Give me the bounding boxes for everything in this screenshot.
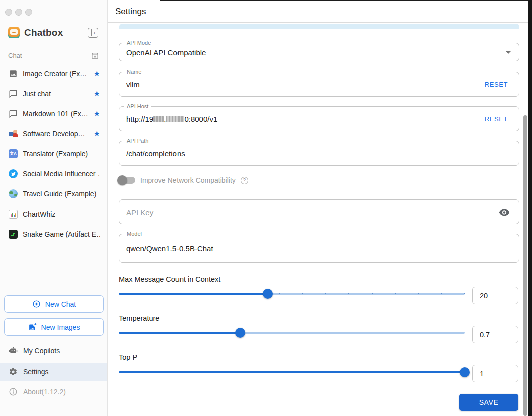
developer-emoji-icon xyxy=(8,129,18,139)
screen-edge-artifact xyxy=(160,0,528,1)
plus-circle-icon xyxy=(32,300,41,308)
redacted-text xyxy=(166,116,184,122)
sidebar-item-my-copilots[interactable]: My Copilots xyxy=(0,342,107,360)
add-image-icon xyxy=(28,323,37,331)
name-field[interactable]: Name vllm RESET xyxy=(119,72,519,97)
redacted-text xyxy=(153,116,164,122)
chat-item-markdown-101[interactable]: Markdown 101 (Ex… ★ xyxy=(0,104,107,124)
star-icon[interactable]: ★ xyxy=(94,129,100,138)
settings-panel: Settings API Mode OpenAI API Compatible … xyxy=(108,0,532,416)
api-host-label: API Host xyxy=(124,103,151,110)
help-icon[interactable]: ? xyxy=(241,177,248,184)
api-path-field[interactable]: API Path /chat/completions xyxy=(119,141,519,166)
temperature-slider[interactable] xyxy=(119,328,465,338)
top-p-slider[interactable] xyxy=(119,367,465,377)
slider-thumb[interactable] xyxy=(460,367,470,377)
image-icon xyxy=(8,69,18,79)
chat-item-social-media[interactable]: Social Media Influencer … xyxy=(0,164,107,184)
chatbox-logo-icon xyxy=(8,27,20,38)
chat-bubble-icon xyxy=(8,109,18,119)
api-key-placeholder[interactable]: API Key xyxy=(126,207,153,216)
top-p-input[interactable]: 1 xyxy=(472,365,518,382)
screen-edge-artifact xyxy=(528,0,532,416)
temperature-input[interactable]: 0.7 xyxy=(472,326,518,343)
name-value[interactable]: vllm xyxy=(126,80,140,89)
gear-icon xyxy=(8,367,18,377)
clear-conversations-icon[interactable] xyxy=(91,51,99,60)
chat-item-image-creator[interactable]: Image Creator (Ex… ★ xyxy=(0,64,107,84)
max-message-count-label: Max Message Count in Context xyxy=(119,275,220,283)
app-brand: Chatbox xyxy=(8,27,63,38)
save-button[interactable]: SAVE xyxy=(459,394,518,411)
api-host-value[interactable]: http://19.0:8000/v1 xyxy=(126,115,217,123)
globe-emoji-icon xyxy=(8,189,18,199)
new-chat-button[interactable]: New Chat xyxy=(4,295,104,313)
sidebar-item-settings[interactable]: Settings xyxy=(0,363,107,381)
page-title: Settings xyxy=(115,7,146,17)
chat-item-chartwhiz[interactable]: ChartWhiz xyxy=(0,204,107,224)
top-p-label: Top P xyxy=(119,353,137,361)
network-compatibility-label: Improve Network Compatibility xyxy=(140,176,236,184)
slider-thumb[interactable] xyxy=(235,328,245,338)
network-compatibility-row: Improve Network Compatibility ? xyxy=(119,175,248,186)
chat-item-just-chat[interactable]: Just chat ★ xyxy=(0,84,107,104)
visibility-eye-icon[interactable] xyxy=(499,206,510,218)
name-label: Name xyxy=(124,69,144,75)
star-icon[interactable]: ★ xyxy=(94,109,100,118)
api-key-field[interactable]: API Key xyxy=(119,199,519,224)
panel-header: Settings xyxy=(108,0,532,23)
collapse-sidebar-icon[interactable]: ‹ xyxy=(88,28,98,38)
window-close-button[interactable] xyxy=(5,9,12,16)
model-field[interactable]: Model qwen/Qwen1.5-0.5B-Chat xyxy=(119,234,519,263)
info-icon xyxy=(8,387,18,397)
star-icon[interactable]: ★ xyxy=(94,89,100,98)
sidebar-item-about[interactable]: About(1.12.2) xyxy=(0,383,107,401)
network-compatibility-toggle[interactable] xyxy=(119,177,135,184)
api-mode-select[interactable]: API Mode OpenAI API Compatible xyxy=(119,43,519,61)
temperature-label: Temperature xyxy=(119,314,159,322)
chat-list: Image Creator (Ex… ★ Just chat ★ Markdow… xyxy=(0,64,107,244)
chevron-down-icon[interactable] xyxy=(506,51,511,56)
star-icon[interactable]: ★ xyxy=(94,69,100,78)
api-mode-label: API Mode xyxy=(124,40,153,46)
api-path-value[interactable]: /chat/completions xyxy=(126,149,185,158)
twitter-bird-icon xyxy=(8,169,18,179)
app-title: Chatbox xyxy=(24,27,63,38)
window-minimize-button[interactable] xyxy=(15,9,22,16)
api-host-field[interactable]: API Host http://19.0:8000/v1 RESET xyxy=(119,106,519,131)
robot-icon xyxy=(8,346,18,356)
new-images-button[interactable]: New Images xyxy=(4,318,104,336)
chat-item-travel-guide[interactable]: Travel Guide (Example) xyxy=(0,184,107,204)
chat-item-software-developer[interactable]: Software Develop… ★ xyxy=(0,124,107,144)
name-reset-button[interactable]: RESET xyxy=(485,81,508,88)
chart-emoji-icon xyxy=(8,209,18,219)
api-host-reset-button[interactable]: RESET xyxy=(485,115,508,123)
api-path-label: API Path xyxy=(124,138,151,144)
chat-bubble-icon xyxy=(8,89,18,99)
scrolled-alert-edge xyxy=(119,24,519,29)
window-zoom-button[interactable] xyxy=(25,9,32,16)
model-label: Model xyxy=(124,231,144,237)
max-message-count-input[interactable]: 20 xyxy=(472,287,518,304)
vertical-scrollbar[interactable] xyxy=(523,115,527,416)
slider-thumb[interactable] xyxy=(263,289,273,299)
sidebar: Chatbox ‹ Chat Image Creator (Ex… ★ Just… xyxy=(0,0,108,416)
snake-game-icon xyxy=(8,229,18,239)
chat-item-translator[interactable]: 文A Translator (Example) xyxy=(0,144,107,164)
translator-emoji-icon: 文A xyxy=(8,149,18,159)
model-value[interactable]: qwen/Qwen1.5-0.5B-Chat xyxy=(126,244,213,253)
window-controls xyxy=(5,9,32,16)
chat-item-snake-game[interactable]: Snake Game (Artifact E… xyxy=(0,224,107,244)
api-mode-value: OpenAI API Compatible xyxy=(126,48,206,56)
max-message-count-slider[interactable] xyxy=(119,289,465,299)
chat-section-label: Chat xyxy=(8,52,22,59)
